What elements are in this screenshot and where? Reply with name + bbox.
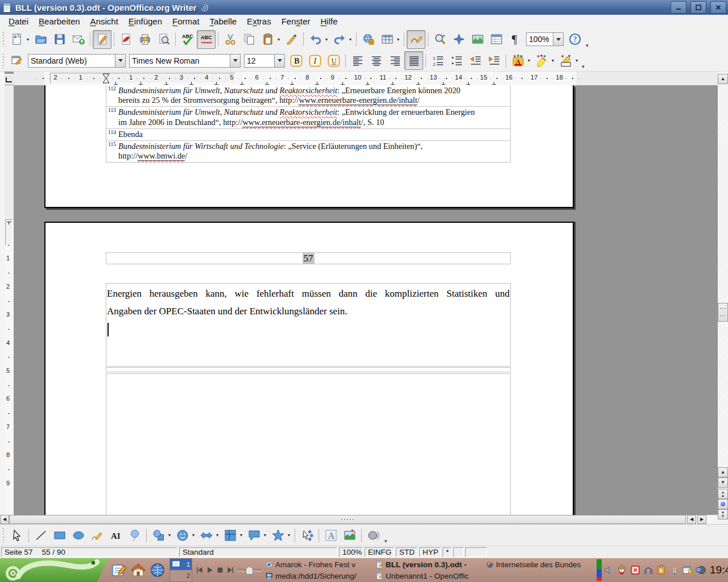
scroll-up-button[interactable]: ▲ — [718, 74, 728, 84]
formatting-marks-button[interactable]: ¶ — [506, 30, 524, 49]
statusbar-insert-mode[interactable]: EINFG — [365, 547, 394, 557]
statusbar-page-style[interactable]: Standard — [179, 547, 337, 557]
chevron-down-icon[interactable] — [115, 55, 125, 67]
paste-dropdown-icon[interactable]: ▾ — [278, 37, 282, 42]
scroll-left-button[interactable]: ◀ — [0, 515, 9, 524]
font-size-combobox[interactable]: 12 — [244, 54, 285, 68]
scroll-right-button[interactable]: ▶ — [697, 515, 706, 524]
help-button[interactable]: ? — [565, 30, 584, 49]
footnote-row[interactable]: 113Bundesministerium für Umwelt, Natursc… — [106, 107, 510, 128]
tray-dog-button[interactable] — [617, 564, 628, 576]
page-number-field[interactable]: 57 — [303, 253, 315, 264]
media-prev-button[interactable] — [195, 566, 204, 575]
fontwork-button[interactable]: A — [321, 526, 340, 544]
page-header[interactable]: 57 — [106, 252, 511, 264]
stars-dropdown-icon[interactable]: ▾ — [288, 533, 292, 538]
toolbar-grip[interactable] — [2, 528, 5, 543]
basic-shapes-dropdown-icon[interactable]: ▾ — [168, 533, 173, 538]
footnote-area[interactable]: 112Bundesministerium für Umwelt, Natursc… — [106, 85, 511, 163]
task-button[interactable]: BLL (version 0.3).odt - — [374, 559, 485, 570]
desktop-2-pager-cell[interactable]: 2 — [170, 570, 192, 581]
task-button[interactable]: Unbenannt1 - OpenOffic — [374, 570, 485, 581]
statusbar-zoom-level[interactable]: 100% — [339, 547, 363, 557]
select-arrow-button[interactable] — [7, 526, 26, 544]
next-page-button[interactable]: ▼▼ — [718, 509, 728, 519]
open-button[interactable] — [31, 30, 50, 49]
tray-media-player-button[interactable] — [695, 564, 706, 576]
quicklaunch-text-editor-button[interactable] — [110, 562, 127, 579]
statusbar-signature[interactable] — [453, 547, 464, 557]
highlight-dropdown-icon[interactable]: ▾ — [552, 58, 556, 63]
horizontal-ruler[interactable]: 12123456789101112131415161718 — [14, 72, 718, 85]
extrusion-button[interactable] — [364, 526, 383, 544]
redo-button[interactable] — [330, 30, 349, 49]
menu-fenster[interactable]: Fenster — [276, 16, 316, 27]
font-name-combobox[interactable]: Times New Roman — [129, 54, 241, 68]
quicklaunch-home-button[interactable] — [130, 562, 147, 579]
block-arrows-button[interactable] — [197, 526, 216, 544]
footnote-row[interactable]: 115Bundesministerium für Wirtschaft und … — [106, 141, 510, 162]
redo-dropdown-icon[interactable]: ▾ — [349, 37, 354, 42]
align-right-button[interactable] — [386, 51, 404, 70]
undo-dropdown-icon[interactable]: ▾ — [325, 37, 330, 42]
text-ai-button[interactable]: AI — [106, 526, 125, 544]
vertical-ruler[interactable]: 123456789 — [5, 85, 14, 515]
statusbar-extra[interactable] — [465, 547, 487, 557]
styles-window-button[interactable] — [7, 51, 26, 70]
toolbar-overflow-icon[interactable]: ▾ — [586, 43, 589, 50]
insert-table-dropdown-icon[interactable]: ▾ — [397, 37, 402, 42]
italic-button[interactable]: I — [305, 51, 324, 70]
font-color-button[interactable]: A — [508, 51, 527, 70]
gallery-button[interactable] — [468, 30, 487, 49]
desktop-pager[interactable]: 12 — [169, 558, 192, 582]
volume-slider[interactable] — [238, 566, 262, 574]
page-57[interactable]: 57 Energien herausgeben kann, wie fehler… — [44, 222, 574, 515]
maximize-button[interactable] — [690, 1, 706, 14]
footnote-row[interactable]: 112Bundesministerium für Umwelt, Natursc… — [106, 85, 510, 107]
menu-bearbeiten[interactable]: Bearbeiten — [34, 16, 85, 27]
desktop-1-pager-cell[interactable]: 1 — [170, 559, 192, 570]
font-color-dropdown-icon[interactable]: ▾ — [528, 58, 532, 63]
paragraph-style-combobox[interactable]: Standard (Web) — [28, 54, 126, 68]
find-replace-button[interactable] — [431, 30, 449, 49]
menu-hilfe[interactable]: Hilfe — [316, 16, 343, 27]
scroll-left-button2[interactable]: ◀ — [687, 515, 696, 524]
align-center-button[interactable] — [367, 51, 386, 70]
new-document-dropdown-icon[interactable]: ▾ — [27, 37, 31, 42]
document-canvas[interactable]: 112Bundesministerium für Umwelt, Natursc… — [14, 85, 718, 515]
stars-button[interactable] — [268, 526, 287, 544]
tray-volume-button[interactable] — [603, 564, 615, 576]
quicklaunch-gear-globe-button[interactable] — [149, 562, 166, 579]
bold-button[interactable]: B — [287, 51, 305, 70]
close-button[interactable] — [710, 1, 726, 14]
media-play-button[interactable] — [205, 566, 214, 575]
paste-button[interactable] — [258, 30, 277, 49]
symbol-shapes-dropdown-icon[interactable]: ▾ — [192, 533, 197, 538]
tray-headphones-button[interactable] — [643, 564, 654, 576]
menu-tabelle[interactable]: Tabelle — [205, 16, 242, 27]
slider-handle[interactable] — [246, 567, 253, 575]
tray-klipper-button[interactable]: k — [656, 564, 667, 576]
freeform-button[interactable] — [88, 526, 106, 544]
body-text-area[interactable]: Energien herausgeben kann, wie fehlerhaf… — [106, 283, 511, 367]
indent-marker[interactable] — [7, 222, 11, 222]
save-button[interactable] — [50, 30, 69, 49]
menu-format[interactable]: Format — [167, 16, 205, 27]
vertical-scrollbar[interactable]: ▲ ▲ ▼ ▲▲ ▼▼ — [718, 72, 728, 524]
ellipse-button[interactable] — [69, 526, 88, 544]
line-button[interactable] — [31, 526, 50, 544]
flowchart-dropdown-icon[interactable]: ▾ — [240, 533, 245, 538]
rectangle-button[interactable] — [50, 526, 69, 544]
media-stop-button[interactable] — [216, 566, 225, 575]
cut-button[interactable] — [221, 30, 239, 49]
from-file-button[interactable] — [340, 526, 359, 544]
draw-functions-button[interactable] — [407, 30, 425, 49]
indent-button[interactable] — [485, 51, 503, 70]
callouts-dropdown-icon[interactable]: ▾ — [264, 533, 268, 538]
menu-extras[interactable]: Extras — [242, 16, 276, 27]
justify-button[interactable] — [404, 51, 423, 70]
media-next-button[interactable] — [226, 566, 235, 575]
toolbar-overflow-icon[interactable]: ▾ — [384, 538, 387, 546]
balloon-button[interactable] — [125, 526, 144, 544]
scroll-up-button2[interactable]: ▲ — [718, 467, 728, 477]
